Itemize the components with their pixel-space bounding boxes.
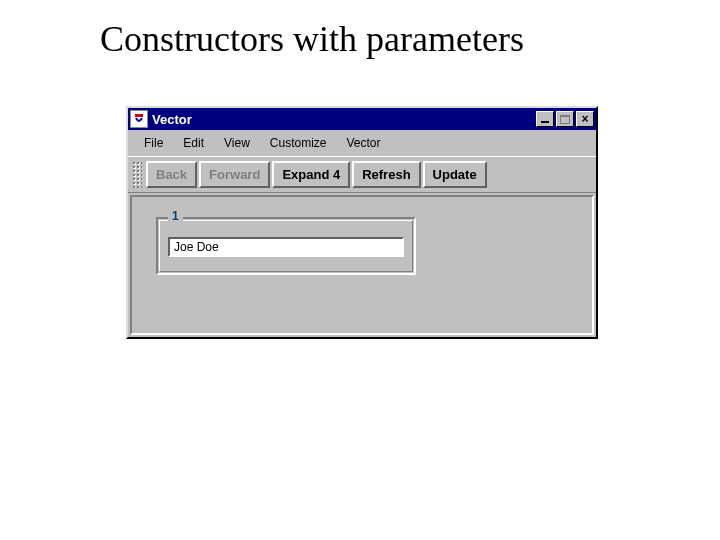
- menu-file[interactable]: File: [134, 134, 173, 152]
- forward-button: Forward: [199, 161, 270, 188]
- window-controls: ×: [536, 111, 594, 127]
- minimize-button[interactable]: [536, 111, 554, 127]
- menu-edit[interactable]: Edit: [173, 134, 214, 152]
- name-input[interactable]: [168, 237, 404, 257]
- menu-view[interactable]: View: [214, 134, 260, 152]
- app-icon: [130, 110, 148, 128]
- group-label: 1: [168, 209, 183, 223]
- maximize-icon: [560, 115, 570, 124]
- refresh-button[interactable]: Refresh: [352, 161, 420, 188]
- back-button: Back: [146, 161, 197, 188]
- group-box: 1: [156, 217, 416, 275]
- close-button[interactable]: ×: [576, 111, 594, 127]
- expand-button[interactable]: Expand 4: [272, 161, 350, 188]
- toolbar-grip-icon[interactable]: [132, 161, 142, 188]
- titlebar[interactable]: Vector ×: [128, 108, 596, 130]
- update-button[interactable]: Update: [423, 161, 487, 188]
- slide-title: Constructors with parameters: [100, 18, 524, 60]
- maximize-button: [556, 111, 574, 127]
- window-title: Vector: [152, 112, 536, 127]
- menu-customize[interactable]: Customize: [260, 134, 337, 152]
- minimize-icon: [541, 121, 549, 123]
- app-window: Vector × File Edit View Customize Vector…: [126, 106, 598, 339]
- menubar: File Edit View Customize Vector: [128, 130, 596, 156]
- toolbar: Back Forward Expand 4 Refresh Update: [128, 156, 596, 193]
- toolbar-buttons: Back Forward Expand 4 Refresh Update: [146, 159, 487, 190]
- close-icon: ×: [581, 113, 588, 125]
- client-area: 1: [130, 195, 594, 335]
- menu-vector[interactable]: Vector: [337, 134, 391, 152]
